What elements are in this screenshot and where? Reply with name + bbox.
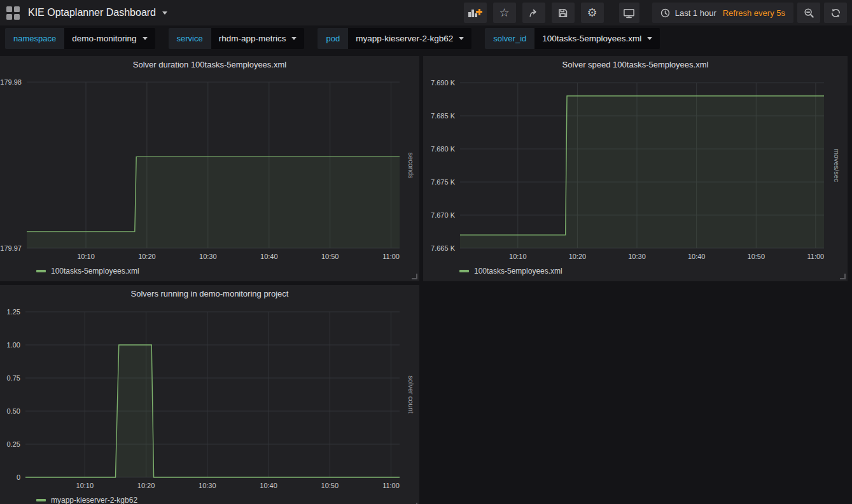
svg-text:11:00: 11:00 bbox=[382, 482, 400, 489]
svg-text:10:20: 10:20 bbox=[137, 482, 155, 489]
svg-text:1.00: 1.00 bbox=[7, 341, 20, 349]
template-variables-row: namespace demo-monitoring service rhdm-a… bbox=[5, 28, 660, 49]
variable-label: pod bbox=[318, 28, 348, 49]
panel-title[interactable]: Solvers running in demo-monitoring proje… bbox=[0, 285, 419, 302]
svg-text:11:00: 11:00 bbox=[807, 253, 825, 260]
variable-value: 100tasks-5employees.xml bbox=[542, 34, 641, 43]
chart-canvas[interactable]: 10:1010:2010:3010:4010:5011:007.665 K7.6… bbox=[423, 56, 848, 284]
variable-service: service rhdm-app-metrics bbox=[169, 28, 305, 49]
svg-text:10:30: 10:30 bbox=[199, 253, 217, 260]
time-picker-button[interactable]: Last 1 hour Refresh every 5s bbox=[652, 3, 793, 23]
legend-item[interactable]: 100tasks-5employees.xml bbox=[459, 267, 562, 276]
legend-label: myapp-kieserver-2-kgb62 bbox=[51, 496, 137, 504]
chevron-down-icon bbox=[647, 37, 652, 40]
svg-text:11:00: 11:00 bbox=[382, 253, 400, 260]
clock-icon bbox=[660, 8, 670, 18]
panel-solver-speed: Solver speed 100tasks-5employees.xml 10:… bbox=[423, 56, 848, 281]
legend-swatch bbox=[459, 270, 469, 272]
svg-text:7.685 K: 7.685 K bbox=[431, 112, 456, 120]
variable-label: namespace bbox=[5, 28, 64, 49]
right-axis-label: moves/sec bbox=[833, 149, 841, 183]
variable-label: solver_id bbox=[485, 28, 534, 49]
share-icon bbox=[528, 8, 539, 18]
variable-value-dropdown[interactable]: rhdm-app-metrics bbox=[211, 28, 305, 49]
svg-text:0.25: 0.25 bbox=[7, 440, 20, 448]
cycle-view-mode-button[interactable] bbox=[619, 3, 639, 23]
variable-label: service bbox=[169, 28, 211, 49]
svg-text:10:40: 10:40 bbox=[688, 253, 706, 260]
variable-value: demo-monitoring bbox=[72, 34, 136, 43]
panel-solver-duration: Solver duration 100tasks-5employees.xml … bbox=[0, 56, 419, 281]
svg-text:1.25: 1.25 bbox=[7, 308, 20, 316]
svg-text:179.97: 179.97 bbox=[0, 244, 22, 252]
variable-value: myapp-kieserver-2-kgb62 bbox=[356, 34, 453, 43]
legend-item[interactable]: myapp-kieserver-2-kgb62 bbox=[36, 496, 137, 504]
svg-text:0.75: 0.75 bbox=[7, 374, 20, 382]
svg-text:7.680 K: 7.680 K bbox=[431, 145, 456, 153]
variable-value-dropdown[interactable]: myapp-kieserver-2-kgb62 bbox=[348, 28, 471, 49]
gear-icon: ⚙ bbox=[587, 7, 597, 18]
svg-text:0.50: 0.50 bbox=[7, 407, 20, 415]
legend-swatch bbox=[36, 270, 46, 272]
variable-solver-id: solver_id 100tasks-5employees.xml bbox=[485, 28, 660, 49]
panel-solvers-running: Solvers running in demo-monitoring proje… bbox=[0, 285, 419, 504]
svg-text:10:20: 10:20 bbox=[138, 253, 156, 260]
dashboard-title-button[interactable]: KIE Optaplanner Dashboard bbox=[28, 0, 167, 25]
panel-title[interactable]: Solver duration 100tasks-5employees.xml bbox=[0, 56, 419, 73]
chevron-down-icon bbox=[459, 37, 464, 40]
svg-text:7.665 K: 7.665 K bbox=[431, 244, 456, 252]
save-icon bbox=[557, 8, 568, 18]
legend-label: 100tasks-5employees.xml bbox=[474, 267, 562, 276]
variable-value-dropdown[interactable]: 100tasks-5employees.xml bbox=[534, 28, 660, 49]
zoom-out-button[interactable] bbox=[797, 3, 820, 23]
svg-text:10:30: 10:30 bbox=[628, 253, 646, 260]
zoom-out-icon bbox=[804, 8, 814, 18]
chart-canvas[interactable]: 10:1010:2010:3010:4010:5011:0000.250.500… bbox=[0, 285, 419, 504]
time-range-label: Last 1 hour bbox=[675, 8, 716, 18]
save-button[interactable] bbox=[552, 3, 575, 23]
add-panel-button[interactable] bbox=[464, 3, 487, 23]
settings-button[interactable]: ⚙ bbox=[581, 3, 604, 23]
svg-text:10:20: 10:20 bbox=[569, 253, 587, 260]
panel-resize-handle[interactable] bbox=[840, 274, 846, 279]
right-axis-label: solver count bbox=[407, 375, 415, 413]
svg-text:10:50: 10:50 bbox=[748, 253, 765, 260]
share-button[interactable] bbox=[522, 3, 545, 23]
navbar: KIE Optaplanner Dashboard ☆ bbox=[0, 0, 852, 25]
star-icon: ☆ bbox=[499, 7, 510, 18]
right-axis-label: seconds bbox=[407, 153, 415, 179]
star-button[interactable]: ☆ bbox=[493, 3, 516, 23]
chart-canvas[interactable]: 10:1010:2010:3010:4010:5011:00179.97179.… bbox=[0, 56, 419, 284]
legend-swatch bbox=[36, 499, 46, 501]
variable-value-dropdown[interactable]: demo-monitoring bbox=[64, 28, 155, 49]
variable-pod: pod myapp-kieserver-2-kgb62 bbox=[318, 28, 471, 49]
chevron-down-icon bbox=[162, 11, 167, 15]
page-title: KIE Optaplanner Dashboard bbox=[28, 7, 156, 18]
panel-title[interactable]: Solver speed 100tasks-5employees.xml bbox=[423, 56, 848, 73]
svg-text:10:40: 10:40 bbox=[260, 482, 277, 489]
chevron-down-icon bbox=[291, 37, 297, 40]
panel-resize-handle[interactable] bbox=[412, 274, 417, 279]
svg-text:10:50: 10:50 bbox=[321, 253, 339, 260]
svg-text:7.670 K: 7.670 K bbox=[431, 211, 456, 219]
variable-namespace: namespace demo-monitoring bbox=[5, 28, 155, 49]
dashboard-grid-icon[interactable] bbox=[6, 6, 20, 20]
svg-text:7.675 K: 7.675 K bbox=[431, 178, 456, 186]
legend-label: 100tasks-5employees.xml bbox=[51, 267, 139, 276]
svg-text:0: 0 bbox=[17, 473, 20, 481]
svg-text:7.690 K: 7.690 K bbox=[431, 79, 456, 87]
chevron-down-icon bbox=[143, 37, 148, 40]
monitor-icon bbox=[623, 8, 635, 18]
svg-text:179.98: 179.98 bbox=[0, 78, 22, 86]
svg-text:10:30: 10:30 bbox=[199, 482, 216, 489]
refresh-button[interactable] bbox=[824, 3, 847, 23]
svg-text:10:10: 10:10 bbox=[76, 482, 94, 489]
legend-item[interactable]: 100tasks-5employees.xml bbox=[36, 267, 139, 276]
svg-text:10:40: 10:40 bbox=[260, 253, 278, 260]
svg-text:10:50: 10:50 bbox=[321, 482, 339, 489]
variable-value: rhdm-app-metrics bbox=[219, 34, 286, 43]
svg-text:10:10: 10:10 bbox=[509, 253, 527, 260]
add-panel-icon bbox=[468, 8, 482, 18]
svg-text:10:10: 10:10 bbox=[77, 253, 95, 260]
refresh-interval-label: Refresh every 5s bbox=[723, 8, 785, 18]
